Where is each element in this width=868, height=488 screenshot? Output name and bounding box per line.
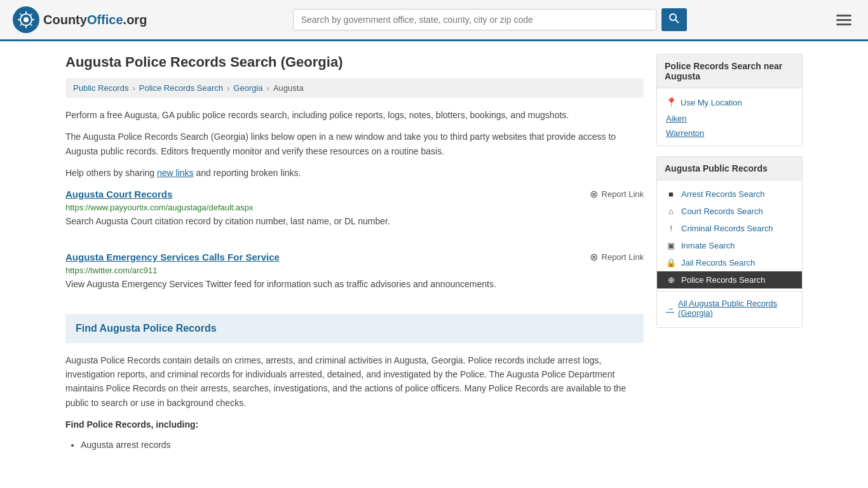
location-pin-icon: 📍: [666, 97, 677, 107]
sidebar-public-records-body: ■ Arrest Records Search ⌂ Court Records …: [657, 180, 802, 327]
sidebar-inmate-search[interactable]: ▣ Inmate Search: [657, 237, 802, 254]
sidebar-jail-label: Jail Records Search: [681, 258, 755, 268]
find-police-records-label: Find Police Records, including:: [65, 417, 644, 431]
all-records-label: All Augusta Public Records (Georgia): [678, 299, 793, 318]
report-icon-1: ⊗: [590, 251, 598, 263]
record-url-1[interactable]: https://twitter.com/arc911: [65, 266, 644, 275]
use-location-label: Use My Location: [681, 98, 742, 107]
breadcrumb-current: Augusta: [273, 83, 304, 93]
intro-paragraph-2: The Augusta Police Records Search (Georg…: [65, 130, 644, 158]
record-header-1: Augusta Emergency Services Calls For Ser…: [65, 251, 644, 263]
use-my-location-link[interactable]: 📍 Use My Location: [657, 93, 802, 111]
sidebar-criminal-records[interactable]: ! Criminal Records Search: [657, 220, 802, 237]
logo-text: CountyOffice.org: [43, 13, 147, 27]
breadcrumb-public-records[interactable]: Public Records: [73, 83, 128, 93]
sidebar-inmate-label: Inmate Search: [681, 241, 735, 250]
sidebar-court-records[interactable]: ⌂ Court Records Search: [657, 203, 802, 220]
criminal-records-icon: !: [666, 224, 676, 233]
find-label-strong: Find Police Records, including:: [65, 419, 198, 430]
record-desc-1: View Augusta Emergency Services Twitter …: [65, 278, 644, 291]
sidebar-police-records[interactable]: ⊕ Police Records Search: [657, 271, 802, 288]
intro-paragraph-1: Perform a free Augusta, GA public police…: [65, 108, 644, 122]
search-button[interactable]: [661, 8, 687, 31]
record-header-0: Augusta Court Records ⊗ Report Link: [65, 188, 644, 200]
report-link-0[interactable]: ⊗ Report Link: [590, 188, 644, 200]
svg-point-11: [670, 14, 676, 20]
svg-line-12: [675, 20, 679, 23]
svg-point-2: [24, 17, 29, 22]
sidebar-public-records-section: Augusta Public Records ■ Arrest Records …: [656, 156, 803, 328]
find-section: Find Augusta Police Records: [65, 314, 644, 343]
bullet-item-0: Augusta arrest records: [81, 440, 644, 450]
record-url-0[interactable]: https://www.payyourtix.com/augustaga/def…: [65, 203, 644, 212]
breadcrumb-sep: ›: [132, 83, 135, 93]
sidebar-arrest-records[interactable]: ■ Arrest Records Search: [657, 186, 802, 203]
breadcrumb-georgia[interactable]: Georgia: [233, 83, 262, 93]
report-link-label-1: Report Link: [602, 252, 644, 262]
record-title-1[interactable]: Augusta Emergency Services Calls For Ser…: [65, 252, 280, 262]
sidebar-divider: [657, 291, 802, 292]
menu-line: [836, 24, 851, 25]
search-input[interactable]: [293, 9, 656, 30]
content-area: Augusta Police Records Search (Georgia) …: [65, 54, 644, 452]
find-section-title: Find Augusta Police Records: [76, 323, 634, 334]
sidebar-all-records-link[interactable]: → All Augusta Public Records (Georgia): [657, 294, 802, 322]
record-desc-0: Search Augusta Court citation record by …: [65, 215, 644, 228]
court-records-icon: ⌂: [666, 207, 676, 216]
intro-paragraph-3: Help others by sharing new links and rep…: [65, 166, 644, 180]
sidebar-arrest-label: Arrest Records Search: [681, 189, 765, 199]
sidebar-jail-records[interactable]: 🔒 Jail Records Search: [657, 254, 802, 271]
intro3-pre: Help others by sharing: [65, 168, 157, 178]
arrest-records-icon: ■: [666, 189, 676, 199]
bullet-list: Augusta arrest records: [81, 440, 644, 450]
arrow-icon: →: [666, 304, 674, 313]
page-title: Augusta Police Records Search (Georgia): [65, 54, 644, 71]
report-link-1[interactable]: ⊗ Report Link: [590, 251, 644, 263]
sidebar-criminal-label: Criminal Records Search: [681, 224, 773, 233]
menu-button[interactable]: [832, 11, 855, 29]
site-header: CountyOffice.org: [0, 0, 868, 41]
report-icon-0: ⊗: [590, 188, 598, 200]
sidebar: Police Records Search near Augusta 📍 Use…: [656, 54, 803, 452]
nearby-warrenton-link[interactable]: Warrenton: [657, 126, 802, 140]
search-area: [293, 8, 687, 31]
intro3-post: and reporting broken links.: [194, 168, 301, 178]
police-records-icon: ⊕: [666, 275, 676, 285]
sidebar-public-records-header: Augusta Public Records: [657, 157, 802, 180]
menu-line: [836, 15, 851, 17]
sidebar-police-label: Police Records Search: [681, 275, 765, 285]
record-entry-1: Augusta Emergency Services Calls For Ser…: [65, 251, 644, 301]
nearby-aiken-link[interactable]: Aiken: [657, 111, 802, 126]
report-link-label-0: Report Link: [602, 189, 644, 199]
logo-area[interactable]: CountyOffice.org: [13, 6, 147, 33]
sidebar-court-label: Court Records Search: [681, 207, 763, 216]
breadcrumb-sep: ›: [227, 83, 229, 93]
main-container: Augusta Police Records Search (Georgia) …: [53, 41, 815, 465]
jail-records-icon: 🔒: [666, 258, 676, 268]
breadcrumb-sep: ›: [267, 83, 269, 93]
menu-line: [836, 19, 851, 21]
body-paragraph-1: Augusta Police Records contain details o…: [65, 353, 644, 410]
logo-icon: [13, 6, 39, 33]
record-title-0[interactable]: Augusta Court Records: [65, 189, 172, 200]
breadcrumb: Public Records › Police Records Search ›…: [65, 78, 644, 98]
sidebar-near-section: Police Records Search near Augusta 📍 Use…: [656, 54, 803, 146]
inmate-search-icon: ▣: [666, 241, 676, 250]
record-entry-0: Augusta Court Records ⊗ Report Link http…: [65, 188, 644, 238]
breadcrumb-police-records-search[interactable]: Police Records Search: [139, 83, 223, 93]
sidebar-near-body: 📍 Use My Location Aiken Warrenton: [657, 88, 802, 146]
sidebar-near-header: Police Records Search near Augusta: [657, 55, 802, 88]
new-links-link[interactable]: new links: [157, 168, 194, 178]
